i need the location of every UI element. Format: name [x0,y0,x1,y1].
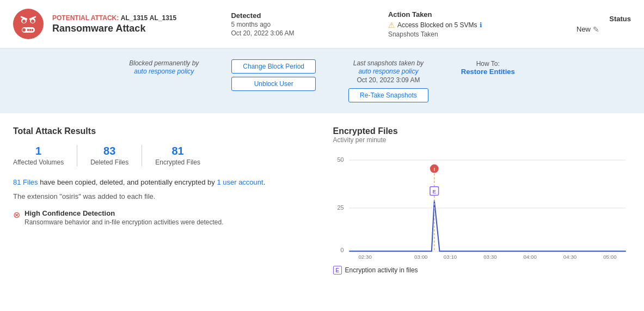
detected-label: Detected [231,11,388,20]
blocked-label: Blocked permanently by [129,59,199,67]
retake-snapshots-button[interactable]: Re-Take Snapshots [348,88,428,102]
snapshot-label: Last snapshots taken by [348,59,428,67]
confidence-content: High Confidence Detection Ransomware beh… [24,209,224,226]
action-line: ⚠ Access Blocked on 5 SVMs ℹ [388,21,576,29]
potential-label: POTENTIAL ATTACK: [52,14,119,22]
buttons-section: Change Block Period Unblock User [231,59,316,91]
unblock-user-button[interactable]: Unblock User [231,77,316,91]
detected-date: Oct 20, 2022 3:06 AM [231,29,388,37]
description-text: 81 Files have been copied, deleted, and … [13,177,311,188]
svg-text:03:00: 03:00 [414,254,428,260]
svg-text:04:30: 04:30 [563,254,576,260]
svg-point-3 [22,20,26,23]
deleted-files-stat: 83 Deleted Files [77,145,142,166]
snapshot-section: Last snapshots taken by auto response po… [348,59,428,102]
header-title-section: POTENTIAL ATTACK: AL_1315 AL_1315 Ransom… [52,14,209,34]
encrypted-files-label: Encrypted Files [155,158,200,166]
status-label: Status [576,15,631,23]
snapshot-date: Oct 20, 2022 3:09 AM [348,76,428,84]
how-to-section: How To: Restore Entities [461,59,515,76]
change-block-period-button[interactable]: Change Block Period [231,59,316,74]
blocked-section: Blocked permanently by auto response pol… [129,59,199,75]
attack-logo [13,9,44,39]
svg-rect-9 [27,29,29,31]
left-panel: Total Attack Results 1 Affected Volumes … [13,126,311,275]
results-title: Total Attack Results [13,126,311,136]
extension-text: The extension "osiris" was added to each… [13,192,311,200]
action-label: Action Taken [388,10,576,19]
chart-title: Encrypted Files [333,126,631,136]
main-content: Total Attack Results 1 Affected Volumes … [0,113,644,288]
status-value: New [576,25,591,33]
warning-icon: ⚠ [388,21,395,29]
edit-icon[interactable]: ✎ [593,25,599,34]
svg-text:05:00: 05:00 [603,254,617,260]
chart-legend: E Encryption activity in files [333,266,631,275]
svg-text:03:10: 03:10 [443,254,457,260]
legend-e-icon: E [333,266,342,275]
svg-point-0 [13,9,44,39]
info-icon: ℹ [480,21,482,29]
stats-row: 1 Affected Volumes 83 Deleted Files 81 E… [13,145,311,166]
restore-entities-link[interactable]: Restore Entities [461,68,515,76]
svg-rect-10 [29,29,31,31]
deleted-files-label: Deleted Files [90,158,128,166]
confidence-section: ⊗ High Confidence Detection Ransomware b… [13,209,311,226]
svg-text:!: ! [433,166,435,172]
snapshots-taken: Snapshots Taken [388,31,576,38]
chart-svg: 50 25 0 02:30 03:00 03:10 03:30 04:00 04… [333,153,631,261]
svg-text:02:30: 02:30 [358,254,372,260]
svg-point-8 [22,28,26,32]
status-row: New ✎ [576,25,631,34]
svg-text:03:30: 03:30 [483,254,497,260]
encrypted-files-stat: 81 Encrypted Files [142,145,213,166]
svg-point-4 [31,20,34,23]
svg-text:04:00: 04:00 [523,254,537,260]
confidence-desc: Ransomware behavior and in-file encrypti… [24,218,224,226]
chart-subtitle: Activity per minute [333,136,631,144]
how-to-label: How To: [476,60,500,68]
confidence-title: High Confidence Detection [24,209,224,217]
error-icon: ⊗ [13,210,20,220]
affected-volumes-label: Affected Volumes [13,158,64,166]
right-panel: Encrypted Files Activity per minute 50 2… [333,126,631,275]
legend-label: Encryption activity in files [345,266,418,274]
files-link[interactable]: 81 Files [13,178,38,186]
chart-area: 50 25 0 02:30 03:00 03:10 03:30 04:00 04… [333,153,631,261]
action-blocked: Access Blocked on 5 SVMs [397,21,477,29]
svg-rect-11 [32,29,33,31]
svg-text:E: E [432,188,436,194]
detected-ago: 5 months ago [231,21,388,28]
action-section: Action Taken ⚠ Access Blocked on 5 SVMs … [388,10,576,38]
svg-text:50: 50 [337,156,344,163]
attack-name: Ransomware Attack [52,23,209,34]
status-section: Status New ✎ [576,15,631,34]
blue-band: Blocked permanently by auto response pol… [0,48,644,113]
potential-attack-label: POTENTIAL ATTACK: AL_1315 AL_1315 [52,14,209,22]
deleted-files-count: 83 [90,145,128,157]
svg-text:0: 0 [340,247,344,253]
snapshot-link[interactable]: auto response policy [358,68,418,75]
user-account-link[interactable]: 1 user account [217,178,263,186]
detected-section: Detected 5 months ago Oct 20, 2022 3:06 … [209,11,388,37]
attack-id: AL_1315 [121,14,148,22]
affected-volumes-stat: 1 Affected Volumes [13,145,77,166]
encrypted-files-count: 81 [155,145,200,157]
page-header: POTENTIAL ATTACK: AL_1315 AL_1315 Ransom… [0,0,644,48]
auto-response-link[interactable]: auto response policy [134,68,194,75]
affected-volumes-count: 1 [13,145,64,157]
svg-text:25: 25 [337,204,344,211]
